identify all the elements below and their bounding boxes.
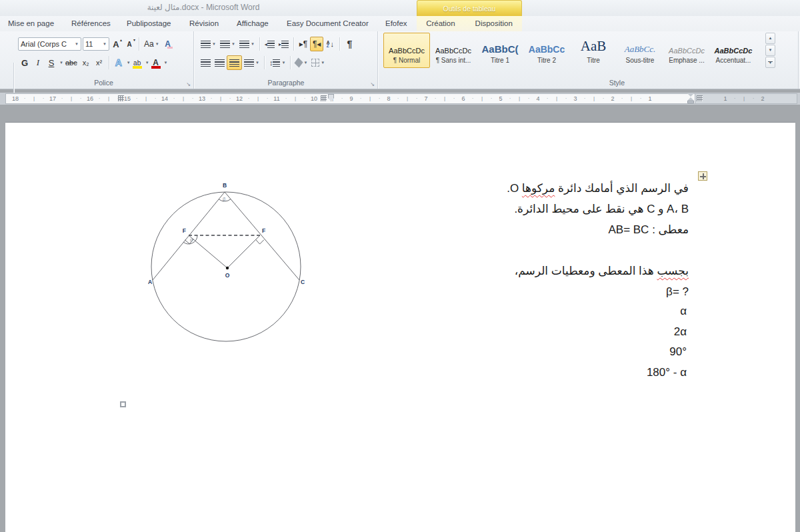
ruler-tick: · bbox=[99, 95, 101, 101]
tab-publipostage[interactable]: Publipostage bbox=[125, 16, 173, 31]
style-titre-2[interactable]: AaBbCc Titre 2 bbox=[523, 33, 570, 68]
indent-markers[interactable] bbox=[687, 93, 694, 104]
empty-line[interactable] bbox=[275, 240, 689, 261]
style-titre[interactable]: AaB Titre bbox=[570, 33, 617, 68]
tab-revision[interactable]: Révision bbox=[188, 16, 220, 31]
paragraph-line[interactable]: β= ? bbox=[275, 281, 689, 302]
align-right-button[interactable] bbox=[227, 55, 242, 70]
highlight-bar bbox=[133, 66, 142, 69]
font-name-combo[interactable]: Arial (Corps C ▼ bbox=[18, 37, 81, 51]
eraser-icon bbox=[167, 47, 173, 49]
font-color-button[interactable]: A bbox=[149, 55, 163, 70]
style-gallery-scroll-down[interactable]: ▼ bbox=[765, 45, 775, 56]
style-sous-titre[interactable]: AaBbCc. Sous-titre bbox=[617, 33, 663, 68]
rtl-text-direction-button[interactable]: ¶◂ bbox=[310, 37, 323, 51]
show-paragraph-marks-button[interactable]: ¶ bbox=[343, 37, 356, 51]
ruler-number: 14 bbox=[161, 95, 168, 102]
group-label-paragraphe: Paragraphe bbox=[195, 79, 377, 87]
style-titre-1[interactable]: AaBbC( Titre 1 bbox=[477, 33, 523, 68]
numbering-button[interactable]: ▼ bbox=[218, 37, 237, 51]
ruler-tick: · bbox=[640, 95, 642, 101]
dialog-launcher-icon[interactable]: ↘ bbox=[186, 81, 191, 87]
table-column-marker[interactable] bbox=[118, 95, 124, 101]
highlight-color-button[interactable]: ab bbox=[131, 55, 144, 70]
style-gallery-scroll-up[interactable]: ▲ bbox=[765, 33, 775, 44]
bold-button[interactable]: G bbox=[18, 55, 31, 70]
strikethrough-button[interactable]: abc bbox=[63, 55, 79, 70]
ruler-tick: · bbox=[453, 95, 455, 101]
paragraph-line[interactable]: في الرسم الذي أمامك دائرة مركوها O. bbox=[275, 178, 689, 199]
style-sans-interligne[interactable]: AaBbCcDc ¶ Sans int... bbox=[430, 33, 477, 68]
dialog-launcher-icon[interactable]: ↘ bbox=[370, 81, 375, 87]
option-line[interactable]: α bbox=[487, 301, 687, 322]
option-line[interactable]: 2α bbox=[487, 322, 687, 343]
circle-diagram[interactable]: B A C O F F α β bbox=[143, 171, 310, 345]
multilevel-list-button[interactable]: ▼ bbox=[237, 37, 257, 51]
up-arrow-icon: ▴ bbox=[120, 37, 122, 42]
borders-button[interactable]: ▼ bbox=[309, 55, 327, 70]
shading-button[interactable]: ▼ bbox=[293, 55, 309, 70]
increase-indent-button[interactable]: ▸ bbox=[277, 37, 291, 51]
paragraph-line[interactable]: معطى : AB= BC bbox=[275, 219, 689, 240]
ruler-tick: · bbox=[43, 95, 45, 101]
line-spacing-button[interactable]: ↕ ▼ bbox=[267, 55, 287, 70]
question-text[interactable]: في الرسم الذي أمامك دائرة مركوها O. A، B… bbox=[275, 178, 689, 302]
down-arrow-icon: ▾ bbox=[133, 37, 135, 42]
label-beta: β bbox=[223, 196, 226, 202]
underline-button[interactable]: S bbox=[45, 55, 58, 70]
chevron-down-icon[interactable]: ▼ bbox=[164, 61, 168, 65]
ribbon: me ↘ Arial (Corps C ▼ 11 ▼ A ▴ A ▾ Aa ▼ bbox=[0, 31, 800, 89]
option-line[interactable]: 90° bbox=[487, 342, 687, 363]
separator bbox=[139, 37, 139, 51]
table-column-marker[interactable] bbox=[321, 95, 327, 101]
paragraph-line[interactable]: بجسب هذا المعطى ومعطيات الرسم، bbox=[275, 261, 689, 281]
align-left-button[interactable] bbox=[199, 55, 213, 70]
tab-creation[interactable]: Création bbox=[425, 16, 456, 31]
decrease-indent-button[interactable]: ◂ bbox=[263, 37, 277, 51]
label-F-left: F bbox=[183, 227, 186, 234]
table-move-handle[interactable] bbox=[698, 171, 707, 181]
italic-button[interactable]: I bbox=[31, 55, 45, 70]
superscript-button[interactable]: x² bbox=[93, 55, 106, 70]
table-column-marker[interactable] bbox=[697, 95, 703, 101]
grow-font-button[interactable]: A ▴ bbox=[109, 37, 123, 51]
ruler-tick: · bbox=[734, 95, 736, 101]
align-center-button[interactable] bbox=[213, 55, 227, 70]
change-case-button[interactable]: Aa ▼ bbox=[142, 37, 161, 51]
shrink-font-button[interactable]: A ▾ bbox=[123, 37, 136, 51]
chevron-down-icon: ▼ bbox=[251, 42, 255, 46]
style-normal[interactable]: AaBbCcDc ¶ Normal bbox=[383, 33, 430, 68]
chevron-down-icon[interactable]: ▼ bbox=[145, 61, 149, 65]
style-emphase[interactable]: AaBbCcDc Emphase ... bbox=[663, 33, 710, 68]
bullets-button[interactable]: ▼ bbox=[199, 37, 218, 51]
font-size-combo[interactable]: 11 ▼ bbox=[83, 37, 109, 51]
ltr-text-direction-button[interactable]: ▸¶ bbox=[297, 37, 310, 51]
ruler-tick: · bbox=[360, 95, 362, 101]
text-effects-button[interactable]: A bbox=[112, 55, 125, 70]
tab-disposition[interactable]: Disposition bbox=[474, 16, 514, 31]
paragraph-line[interactable]: A، B و C هي نقط على محيط الدائرة. bbox=[275, 199, 689, 219]
tab-mise-en-page[interactable]: Mise en page bbox=[7, 16, 55, 31]
ruler-tick: · bbox=[155, 95, 157, 101]
subscript-button[interactable]: x₂ bbox=[79, 55, 93, 70]
table-resize-handle[interactable] bbox=[120, 401, 126, 407]
tab-references[interactable]: Références bbox=[70, 16, 112, 31]
tab-efofex[interactable]: Efofex bbox=[384, 16, 409, 31]
chevron-down-icon[interactable]: ▼ bbox=[127, 61, 131, 65]
group-label-police: Police bbox=[14, 79, 193, 87]
justify-button[interactable]: ▼ bbox=[242, 55, 261, 70]
style-accentuation[interactable]: AaBbCcDc Accentuat... bbox=[710, 33, 757, 68]
option-line[interactable]: 180° - α bbox=[487, 363, 687, 383]
document-page[interactable]: في الرسم الذي أمامك دائرة مركوها O. A، B… bbox=[5, 122, 795, 532]
tab-easy-document-creator[interactable]: Easy Document Creator bbox=[285, 16, 370, 31]
answer-options[interactable]: α 2α 90° 180° - α bbox=[487, 301, 687, 383]
ruler-tick: · bbox=[397, 95, 399, 101]
sort-button[interactable]: AZ ↓ bbox=[323, 37, 337, 51]
chevron-down-icon: ▼ bbox=[155, 42, 159, 46]
style-gallery-more-button[interactable]: ▼ bbox=[765, 57, 775, 68]
chevron-down-icon: ▼ bbox=[255, 61, 259, 65]
indent-lines-icon bbox=[281, 41, 289, 48]
tab-affichage[interactable]: Affichage bbox=[235, 16, 270, 31]
ruler-tick: | bbox=[369, 95, 371, 101]
clear-formatting-button[interactable]: A bbox=[161, 37, 175, 51]
